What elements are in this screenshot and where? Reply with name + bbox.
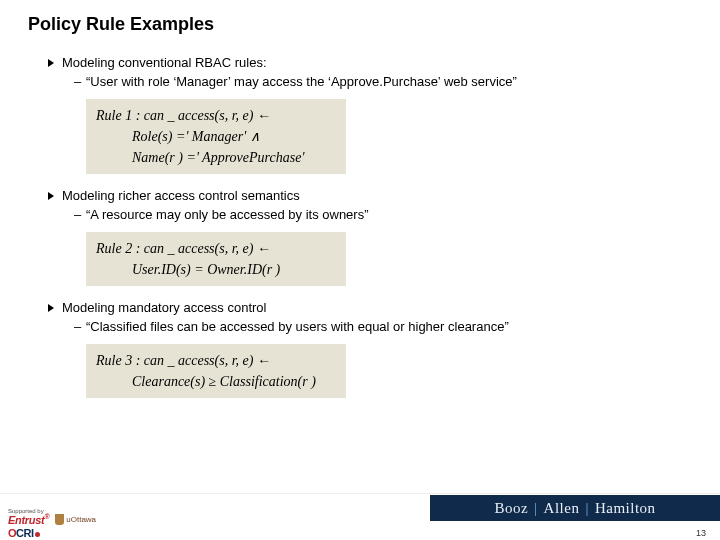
shield-icon (55, 514, 64, 525)
bullet-mac-sub: “Classified files can be accessed by use… (74, 319, 690, 334)
separator-icon: | (528, 500, 544, 517)
bullet-richer-sub: “A resource may only be accessed by its … (74, 207, 690, 222)
uottawa-text: uOttawa (66, 515, 96, 524)
dot-icon (35, 532, 40, 537)
formula-line: Rule 1 : can _ access(s, r, e) ← (96, 108, 271, 123)
formula-line: User.ID(s) = Owner.ID(r ) (96, 259, 336, 280)
bullet-rbac-sub: “User with role ‘Manager’ may access the… (74, 74, 690, 89)
formula-line: Rule 2 : can _ access(s, r, e) ← (96, 241, 271, 256)
separator-icon: | (579, 500, 595, 517)
brand-part: Allen (544, 500, 580, 517)
formula-rule2: Rule 2 : can _ access(s, r, e) ← User.ID… (86, 232, 346, 286)
bullet-richer: Modeling richer access control semantics (48, 188, 690, 203)
ocri-o: O (8, 527, 16, 539)
formula-rule3: Rule 3 : can _ access(s, r, e) ← Clearan… (86, 344, 346, 398)
brand-bar: Booz | Allen | Hamilton (430, 495, 720, 521)
ocri-logo: OCRI (8, 527, 40, 539)
formula-line: Rule 3 : can _ access(s, r, e) ← (96, 353, 271, 368)
formula-line: Name(r ) =' ApprovePurchase' (96, 147, 336, 168)
slide: Policy Rule Examples Modeling convention… (0, 0, 720, 540)
entrust-text: Entrust (8, 514, 44, 526)
ocri-rest: CRI (16, 527, 33, 539)
brand-part: Booz (494, 500, 528, 517)
brand-part: Hamilton (595, 500, 656, 517)
formula-line: Clearance(s) ≥ Classification(r ) (96, 371, 336, 392)
bullet-mac: Modeling mandatory access control (48, 300, 690, 315)
uottawa-logo: uOttawa (55, 514, 96, 525)
entrust-logo: Entrust® (8, 513, 49, 526)
sponsor-logos-row2: OCRI (8, 527, 40, 539)
formula-rule1: Rule 1 : can _ access(s, r, e) ← Role(s)… (86, 99, 346, 174)
page-number: 13 (696, 528, 706, 538)
bullet-rbac: Modeling conventional RBAC rules: (48, 55, 690, 70)
slide-title: Policy Rule Examples (0, 0, 720, 35)
formula-line: Role(s) =' Manager' ∧ (96, 126, 336, 147)
footer: Supported by Entrust® uOttawa OCRI Booz … (0, 492, 720, 526)
slide-content: Modeling conventional RBAC rules: “User … (0, 35, 720, 408)
sponsor-logos: Entrust® uOttawa (8, 513, 96, 526)
